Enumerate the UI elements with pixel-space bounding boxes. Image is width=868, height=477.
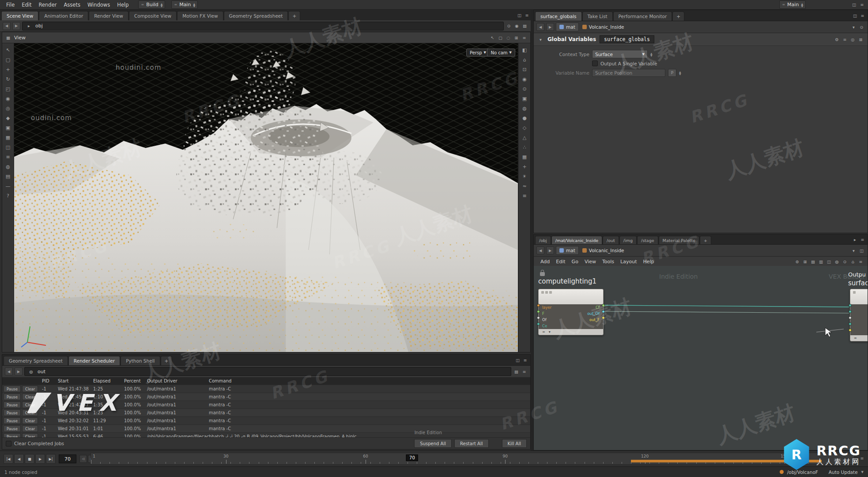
back-button[interactable]: ◀ <box>3 22 11 30</box>
suspend-all-button[interactable]: Suspend All <box>414 439 452 448</box>
measure-tool-icon[interactable]: ≡ <box>4 152 12 161</box>
tab-scene-view[interactable]: Scene View <box>1 11 38 20</box>
gizmo-toggle-icon[interactable]: + <box>520 162 529 171</box>
context-chip[interactable]: mat <box>556 23 579 31</box>
list-view-icon[interactable]: ▤ <box>810 258 816 265</box>
pane-menu-icon[interactable]: ≡ <box>859 236 866 243</box>
material-preview-icon[interactable]: ◍ <box>520 104 529 113</box>
path-tab-mat-volcanic-inside[interactable]: /mat/Volcanic_Inside <box>551 236 602 244</box>
pause-job-button[interactable]: Pause <box>4 433 21 437</box>
input-port[interactable] <box>849 316 852 319</box>
tab-render-view[interactable]: Render View <box>89 11 128 20</box>
output-port-cf[interactable] <box>602 304 605 307</box>
sliders-icon[interactable]: ≡ <box>842 36 848 43</box>
pin-icon[interactable]: ⊙ <box>858 24 865 30</box>
menu-assets[interactable]: Assets <box>60 1 83 9</box>
clear-job-button[interactable]: Clear <box>22 401 38 408</box>
forward-button[interactable]: ▶ <box>12 22 20 30</box>
network-editor-canvas[interactable]: Indie Edition VEX Builder computelightin… <box>534 266 868 450</box>
camera-selector[interactable]: No cam ▼ <box>487 49 515 57</box>
tab-geometry-spreadsheet[interactable]: Geometry Spreadsheet <box>224 11 288 20</box>
context-chip[interactable]: mat <box>556 246 579 255</box>
mirror-tool-icon[interactable]: ◫ <box>4 143 12 151</box>
divider-icon[interactable]: — <box>4 182 12 190</box>
path-tab-material-palette[interactable]: Material Palette <box>659 236 700 244</box>
path-tab-img[interactable]: /img <box>619 236 637 244</box>
update-mode-selector[interactable]: Auto Update <box>829 469 858 475</box>
forward-button[interactable]: ▶ <box>15 367 23 375</box>
path-tab-out[interactable]: /out <box>603 236 619 244</box>
flipbook-icon[interactable]: ▣ <box>4 123 12 132</box>
pose-tool-icon[interactable]: ◉ <box>4 94 12 103</box>
node-title-computelighting1[interactable]: computelighting1 <box>538 277 596 285</box>
status-context-path[interactable]: /obj/VolcanoF <box>787 469 818 475</box>
construction-plane-icon[interactable]: ▦ <box>4 133 12 142</box>
pause-job-button[interactable]: Pause <box>4 409 21 416</box>
dropdown-arrow-icon[interactable]: ▾ <box>850 247 857 254</box>
tab-surface-globals[interactable]: surface_globals <box>535 11 582 21</box>
tab-composite-view[interactable]: Composite View <box>129 11 177 20</box>
variable-type-badge[interactable]: P <box>668 69 676 77</box>
input-port[interactable] <box>849 329 852 332</box>
tab-new-tab-button[interactable]: + <box>288 11 300 20</box>
pane-menu-icon[interactable]: ≡ <box>522 357 528 363</box>
split-pane-icon[interactable]: ◫ <box>858 247 865 254</box>
split-view-icon[interactable]: ◫ <box>826 258 832 265</box>
clear-job-button[interactable]: Clear <box>22 433 38 437</box>
tab-performance-monitor[interactable]: Performance Monitor <box>613 11 672 21</box>
input-port-ce[interactable] <box>537 322 540 326</box>
spinner-icon[interactable]: ▲▼ <box>161 3 163 7</box>
expand-icon[interactable]: ⊞ <box>857 36 864 43</box>
current-frame-marker[interactable]: 70 <box>406 454 418 461</box>
netmenu-help[interactable]: Help <box>640 258 657 265</box>
menu-render[interactable]: Render <box>35 1 60 9</box>
forward-button[interactable]: ▶ <box>546 23 554 31</box>
lighting-mode-icon[interactable]: ☀ <box>520 172 529 181</box>
dropdown-arrow-icon[interactable]: ▾ <box>850 24 857 30</box>
camera-view-icon[interactable]: ◉ <box>520 75 529 83</box>
netmenu-layout[interactable]: Layout <box>617 258 640 265</box>
layout-view-icon[interactable]: ◧ <box>520 45 529 54</box>
select-tool-icon[interactable]: ▢ <box>4 55 12 64</box>
projection-selector[interactable]: Persp ▼ <box>466 49 490 57</box>
snap-tool-icon[interactable]: ◎ <box>4 104 12 113</box>
pane-menu-icon[interactable]: ≡ <box>524 12 530 19</box>
surface-output-node[interactable]: ≡ <box>850 289 868 341</box>
pin-icon[interactable]: ⊙ <box>506 23 512 29</box>
pane-list-icon[interactable]: ▤ <box>513 368 520 375</box>
play-button[interactable]: ▶ <box>35 454 45 464</box>
paint-tool-icon[interactable]: ◍ <box>4 162 12 171</box>
spinner-icon[interactable]: ▲▼ <box>801 3 803 7</box>
help-icon[interactable]: ? <box>4 191 12 200</box>
netmenu-view[interactable]: View <box>581 258 599 265</box>
netmenu-tools[interactable]: Tools <box>599 258 617 265</box>
path-tab-new-tab-button[interactable]: + <box>700 236 711 244</box>
pause-job-button[interactable]: Pause <box>4 386 21 392</box>
clear-job-button[interactable]: Clear <box>22 425 38 432</box>
pause-job-button[interactable]: Pause <box>4 401 21 408</box>
color-palette-icon[interactable]: ◍ <box>834 258 840 265</box>
marquee-select-icon[interactable]: ▢ <box>497 34 504 41</box>
move-tool-icon[interactable]: + <box>4 65 12 74</box>
hamburger-menu-icon[interactable]: ≡ <box>859 1 865 8</box>
spinner-icon[interactable]: ▲▼ <box>679 71 681 75</box>
view-tool-icon[interactable]: ↖ <box>4 45 12 54</box>
clear-completed-checkbox[interactable] <box>6 441 11 447</box>
stop-button[interactable]: ■ <box>25 454 34 464</box>
menu-file[interactable]: File <box>3 1 18 9</box>
menu-windows[interactable]: Windows <box>84 1 113 9</box>
display-options-icon[interactable]: ≡ <box>520 191 529 200</box>
desktop-combo[interactable]: ≡ Build ▲▼ <box>138 0 165 9</box>
netmenu-edit[interactable]: Edit <box>553 258 568 265</box>
snapshot-icon[interactable]: ▣ <box>520 94 529 103</box>
home-view-icon[interactable]: ⌂ <box>520 55 529 64</box>
input-port[interactable] <box>849 322 852 326</box>
spinner-icon[interactable]: ▲▼ <box>650 52 653 57</box>
back-button[interactable]: ◀ <box>536 246 544 254</box>
tab-geometry-spreadsheet[interactable]: Geometry Spreadsheet <box>4 356 68 365</box>
input-port[interactable] <box>849 310 852 313</box>
jump-start-button[interactable]: |◀ <box>4 454 13 464</box>
shaded-mode-icon[interactable]: ● <box>520 114 529 122</box>
window-layout-icon[interactable]: ◫ <box>851 1 857 8</box>
normals-display-icon[interactable]: △ <box>520 133 529 142</box>
